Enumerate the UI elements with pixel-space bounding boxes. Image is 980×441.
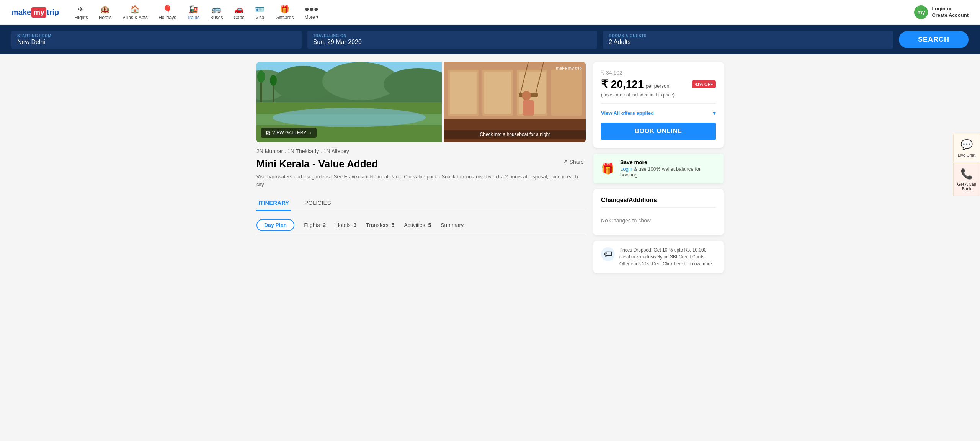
promo-text: Prices Dropped! Get 10 % upto Rs. 10,000… <box>619 247 716 267</box>
live-chat-button[interactable]: 💬 Live Chat <box>953 134 980 162</box>
login-text[interactable]: Login or Create Account <box>932 6 969 19</box>
hotels-icon: 🏨 <box>100 5 110 14</box>
left-column: 🖼 VIEW GALLERY → <box>256 62 586 273</box>
header-right: my Login or Create Account <box>914 5 969 19</box>
nav-visa[interactable]: 🪪 Visa <box>255 5 265 20</box>
logo[interactable]: make my trip <box>11 7 59 18</box>
logo-my: my <box>31 7 46 18</box>
svg-point-12 <box>257 70 265 83</box>
more-label: More ▾ <box>304 15 318 20</box>
save-more-suffix: & use 100% wallet balance for booking. <box>620 166 701 178</box>
original-price: ₹ 34,102 <box>601 70 716 76</box>
nav-villas[interactable]: 🏠 Villas & Apts <box>122 5 148 20</box>
starting-from-label: STARTING FROM <box>17 34 296 38</box>
share-label: Share <box>570 159 584 165</box>
tab-policies[interactable]: POLICIES <box>302 196 333 211</box>
svg-point-14 <box>270 75 277 86</box>
login-link[interactable]: Login <box>620 166 632 172</box>
main-content: 🖼 VIEW GALLERY → <box>245 54 735 281</box>
flights-label: Flights <box>74 15 88 20</box>
gallery-icon: 🖼 <box>266 130 270 136</box>
svg-point-27 <box>522 91 531 100</box>
no-changes-text: No Changes to show <box>601 214 716 227</box>
starting-from-value: New Delhi <box>17 39 296 46</box>
trains-icon: 🚂 <box>188 5 198 14</box>
callback-button[interactable]: 📞 Get A Call Back <box>953 163 980 196</box>
tab-flights[interactable]: Flights 2 <box>304 222 326 228</box>
transfers-tab-label: Transfers <box>366 222 389 228</box>
package-subtitle: 2N Munnar . 1N Thekkady . 1N Allepey <box>256 148 586 154</box>
tab-transfers[interactable]: Transfers 5 <box>366 222 394 228</box>
holidays-icon: 🎈 <box>163 5 172 14</box>
per-person: per person <box>645 83 669 89</box>
nav-buses[interactable]: 🚌 Buses <box>210 5 223 20</box>
nav-cabs[interactable]: 🚗 Cabs <box>234 5 244 20</box>
nav-flights[interactable]: ✈ Flights <box>74 5 88 20</box>
package-info: 2N Munnar . 1N Thekkady . 1N Allepey Min… <box>256 148 586 188</box>
login-line1: Login or <box>932 6 969 12</box>
gift-icon: 🎁 <box>601 162 614 175</box>
nav-holidays[interactable]: 🎈 Holidays <box>158 5 176 20</box>
nav-more[interactable]: ●●● More ▾ <box>304 5 318 20</box>
tab-hotels[interactable]: Hotels 3 <box>335 222 356 228</box>
current-price: ₹ 20,121 <box>601 78 644 90</box>
nav-hotels[interactable]: 🏨 Hotels <box>99 5 112 20</box>
starting-from-field[interactable]: STARTING FROM New Delhi <box>11 31 302 49</box>
save-more-subtext: Login & use 100% wallet balance for book… <box>620 166 716 178</box>
flights-icon: ✈ <box>78 5 84 14</box>
visa-icon: 🪪 <box>255 5 265 14</box>
villas-icon: 🏠 <box>130 5 140 14</box>
share-button[interactable]: ↗ Share <box>561 156 586 167</box>
offers-row: View All offers applied ▾ <box>601 103 716 117</box>
more-icon: ●●● <box>305 5 318 13</box>
chat-icon: 💬 <box>960 139 973 151</box>
tab-itinerary[interactable]: ITINERARY <box>256 196 291 211</box>
rooms-guests-field[interactable]: ROOMS & GUESTS 2 Adults <box>603 31 893 49</box>
package-title: Mini Kerala - Value Added <box>256 158 378 170</box>
giftcards-label: Giftcards <box>275 15 294 20</box>
svg-rect-28 <box>523 100 534 116</box>
view-offers-link[interactable]: View All offers applied <box>601 110 654 116</box>
day-plan-button[interactable]: Day Plan <box>256 219 294 231</box>
watermark: make my trip <box>556 66 582 70</box>
buses-label: Buses <box>210 15 223 20</box>
share-icon: ↗ <box>563 158 568 165</box>
search-button[interactable]: SEARCH <box>899 31 969 48</box>
nav-giftcards[interactable]: 🎁 Giftcards <box>275 5 294 20</box>
cabs-label: Cabs <box>234 15 244 20</box>
travelling-on-value: Sun, 29 Mar 2020 <box>313 39 592 46</box>
nav-trains[interactable]: 🚂 Trains <box>187 5 199 20</box>
avatar: my <box>914 5 928 19</box>
flights-tab-label: Flights <box>304 222 320 228</box>
activities-tab-label: Activities <box>404 222 425 228</box>
image-gallery: 🖼 VIEW GALLERY → <box>256 62 586 142</box>
header: make my trip ✈ Flights 🏨 Hotels 🏠 Villas… <box>0 0 980 25</box>
tab-activities[interactable]: Activities 5 <box>404 222 431 228</box>
secondary-image: make my trip Check into a houseboat for … <box>444 62 586 142</box>
travelling-on-field[interactable]: TRAVELLING ON Sun, 29 Mar 2020 <box>307 31 598 49</box>
promo-card[interactable]: 🏷 Prices Dropped! Get 10 % upto Rs. 10,0… <box>593 241 724 273</box>
trains-label: Trains <box>187 15 199 20</box>
visa-label: Visa <box>255 15 264 20</box>
tab-summary[interactable]: Summary <box>441 222 464 228</box>
price-row: ₹ 20,121 per person 41% OFF <box>601 78 716 90</box>
svg-point-8 <box>273 108 426 127</box>
flights-tab-count: 2 <box>323 222 326 228</box>
login-line2: Create Account <box>932 12 969 19</box>
svg-rect-20 <box>484 72 511 114</box>
phone-icon: 📞 <box>960 168 973 180</box>
image-caption: Check into a houseboat for a night <box>444 130 586 139</box>
package-description: Visit backwaters and tea gardens | See E… <box>256 173 586 188</box>
package-header-row: Mini Kerala - Value Added ↗ Share <box>256 156 586 170</box>
book-online-button[interactable]: BOOK ONLINE <box>601 122 716 140</box>
itinerary-subtabs: Day Plan Flights 2 Hotels 3 Transfers 5 … <box>256 219 586 235</box>
chevron-down-icon[interactable]: ▾ <box>713 109 716 117</box>
right-column: ₹ 34,102 ₹ 20,121 per person 41% OFF (Ta… <box>593 62 724 273</box>
tabs-row: ITINERARY POLICIES <box>256 196 586 211</box>
search-bar: STARTING FROM New Delhi TRAVELLING ON Su… <box>0 25 980 54</box>
view-gallery-btn[interactable]: 🖼 VIEW GALLERY → <box>261 128 317 138</box>
live-chat-label: Live Chat <box>958 153 975 157</box>
price-card: ₹ 34,102 ₹ 20,121 per person 41% OFF (Ta… <box>593 62 724 148</box>
hotels-tab-label: Hotels <box>335 222 351 228</box>
svg-rect-18 <box>450 72 477 114</box>
